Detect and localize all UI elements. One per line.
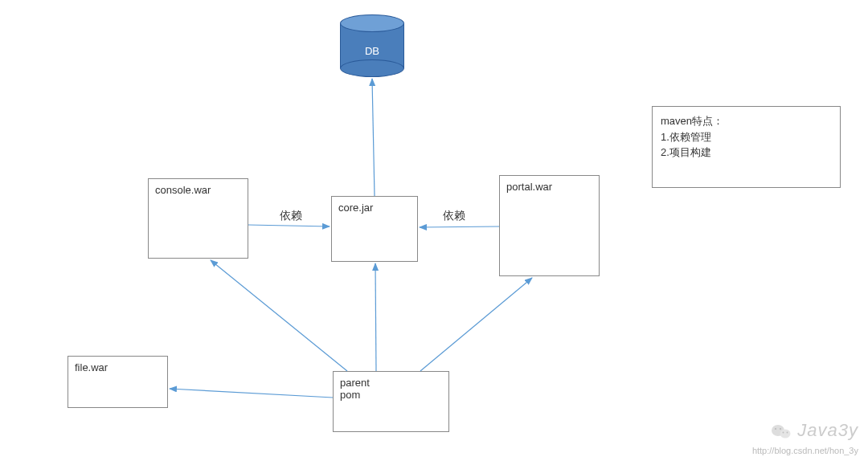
db-cylinder: DB: [340, 14, 404, 77]
edge-label-portal-core: 依赖: [443, 209, 465, 223]
svg-point-12: [787, 431, 788, 433]
svg-point-10: [780, 428, 781, 430]
watermark-url: http://blog.csdn.net/hon_3y: [752, 444, 858, 459]
parent-pom-box: parent pom: [333, 371, 449, 432]
svg-line-3: [211, 260, 347, 371]
note-line1: 1.依赖管理: [661, 129, 832, 145]
parent-label-line2: pom: [340, 389, 442, 401]
svg-line-6: [170, 389, 333, 398]
maven-note-box: maven特点： 1.依赖管理 2.项目构建: [652, 106, 841, 188]
svg-line-0: [372, 79, 375, 196]
portal-war-box: portal.war: [499, 175, 600, 276]
portal-war-label: portal.war: [506, 181, 552, 193]
file-war-box: file.war: [68, 356, 168, 408]
note-title: maven特点：: [661, 113, 832, 129]
console-war-box: console.war: [148, 178, 248, 259]
wechat-icon: [771, 422, 792, 445]
watermark: Java3y http://blog.csdn.net/hon_3y: [752, 416, 858, 459]
console-war-label: console.war: [155, 184, 211, 196]
svg-line-1: [248, 225, 330, 226]
svg-line-2: [420, 226, 499, 227]
file-war-label: file.war: [75, 361, 108, 373]
core-jar-label: core.jar: [338, 202, 373, 214]
db-label: DB: [340, 45, 404, 57]
watermark-brand: Java3y: [797, 420, 858, 440]
note-line2: 2.项目构建: [661, 145, 832, 161]
svg-line-4: [375, 263, 376, 371]
svg-line-5: [420, 278, 532, 371]
core-jar-box: core.jar: [331, 196, 418, 262]
edge-label-console-core: 依赖: [280, 209, 302, 223]
svg-point-9: [775, 428, 776, 430]
parent-label-line1: parent: [340, 377, 442, 389]
svg-point-8: [780, 429, 791, 438]
svg-point-11: [783, 431, 784, 433]
